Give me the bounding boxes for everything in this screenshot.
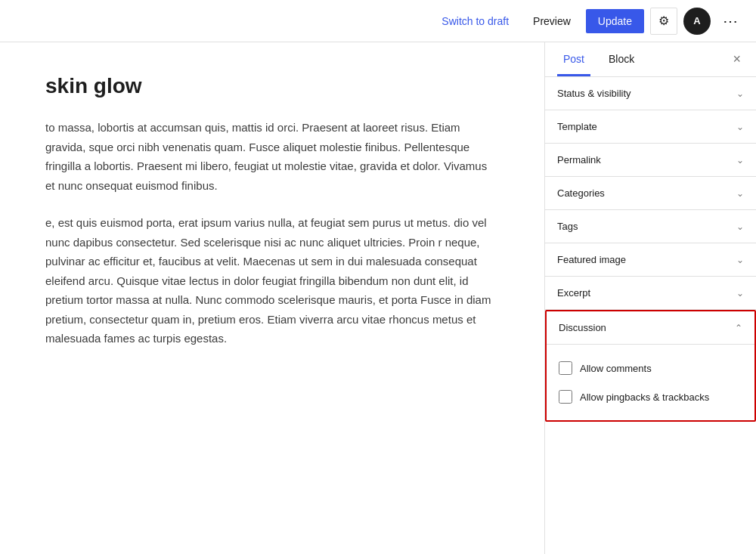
tab-block[interactable]: Block — [603, 42, 640, 76]
chevron-down-icon-permalink: ⌄ — [736, 155, 744, 166]
panel-header-template[interactable]: Template ⌄ — [545, 110, 756, 143]
allow-pingbacks-label[interactable]: Allow pingbacks & trackbacks — [580, 392, 709, 403]
allow-pingbacks-row: Allow pingbacks & trackbacks — [559, 382, 742, 411]
chevron-down-icon-status: ⌄ — [736, 88, 744, 99]
tab-post[interactable]: Post — [557, 42, 590, 76]
panel-label-permalink: Permalink — [557, 154, 601, 166]
panel-label-categories: Categories — [557, 187, 605, 199]
panel-status-visibility: Status & visibility ⌄ — [545, 77, 756, 110]
allow-comments-row: Allow comments — [559, 354, 742, 382]
preview-button[interactable]: Preview — [524, 11, 580, 32]
post-title: skin glow — [45, 73, 499, 100]
panel-label-tags: Tags — [557, 221, 578, 232]
panel-label-featured-image: Featured image — [557, 254, 626, 265]
panel-header-discussion[interactable]: Discussion ⌃ — [547, 311, 754, 345]
panel-header-status-visibility[interactable]: Status & visibility ⌄ — [545, 77, 756, 110]
panel-template: Template ⌄ — [545, 110, 756, 144]
panel-header-featured-image[interactable]: Featured image ⌄ — [545, 243, 756, 276]
panel-featured-image: Featured image ⌄ — [545, 243, 756, 277]
dots-icon: ⋯ — [723, 13, 738, 29]
panel-excerpt: Excerpt ⌄ — [545, 277, 756, 310]
panel-header-tags[interactable]: Tags ⌄ — [545, 210, 756, 243]
panel-discussion: Discussion ⌃ Allow comments Allow pingba… — [545, 310, 756, 422]
post-paragraph-2: e, est quis euismod porta, erat ipsum va… — [45, 213, 499, 348]
gear-icon: ⚙ — [658, 14, 669, 28]
panel-categories: Categories ⌄ — [545, 177, 756, 210]
main-layout: skin glow to massa, lobortis at accumsan… — [0, 42, 756, 554]
update-button[interactable]: Update — [586, 9, 644, 33]
panel-label-template: Template — [557, 121, 597, 132]
toolbar: Switch to draft Preview Update ⚙ A ⋯ — [0, 0, 756, 42]
more-options-button[interactable]: ⋯ — [717, 9, 744, 33]
panel-header-excerpt[interactable]: Excerpt ⌄ — [545, 277, 756, 309]
chevron-up-icon-discussion: ⌃ — [735, 323, 742, 333]
allow-comments-checkbox[interactable] — [559, 361, 572, 375]
panel-permalink: Permalink ⌄ — [545, 144, 756, 177]
panel-label-discussion: Discussion — [559, 322, 606, 333]
panel-label-excerpt: Excerpt — [557, 287, 590, 299]
account-icon: A — [693, 15, 700, 26]
settings-button[interactable]: ⚙ — [650, 8, 677, 35]
account-button[interactable]: A — [683, 8, 711, 35]
sidebar: Post Block × Status & visibility ⌄ Templ… — [544, 42, 756, 554]
panel-header-categories[interactable]: Categories ⌄ — [545, 177, 756, 209]
panel-header-permalink[interactable]: Permalink ⌄ — [545, 144, 756, 176]
panel-tags: Tags ⌄ — [545, 210, 756, 243]
chevron-down-icon-excerpt: ⌄ — [736, 288, 744, 299]
chevron-down-icon-template: ⌄ — [736, 122, 744, 132]
sidebar-tabs: Post Block × — [545, 42, 756, 77]
allow-pingbacks-checkbox[interactable] — [559, 390, 572, 404]
chevron-down-icon-categories: ⌄ — [736, 188, 744, 199]
post-paragraph-1: to massa, lobortis at accumsan quis, mat… — [45, 118, 499, 195]
editor-area[interactable]: skin glow to massa, lobortis at accumsan… — [0, 42, 544, 554]
chevron-down-icon-tags: ⌄ — [736, 221, 744, 232]
chevron-down-icon-featured-image: ⌄ — [736, 255, 744, 265]
panel-label-status-visibility: Status & visibility — [557, 88, 631, 99]
switch-to-draft-button[interactable]: Switch to draft — [432, 11, 518, 32]
close-sidebar-button[interactable]: × — [730, 48, 744, 70]
allow-comments-label[interactable]: Allow comments — [580, 363, 652, 374]
discussion-content: Allow comments Allow pingbacks & trackba… — [547, 345, 754, 420]
